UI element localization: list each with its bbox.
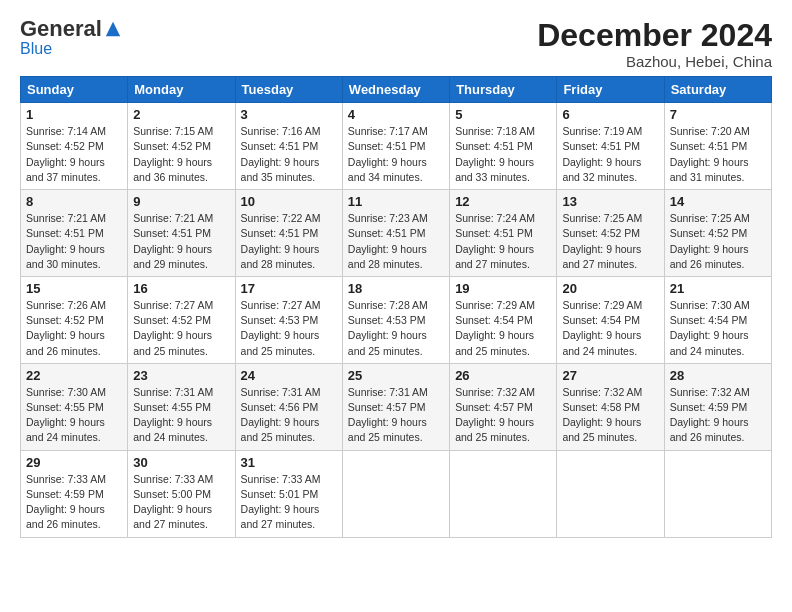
calendar-cell: 20 Sunrise: 7:29 AMSunset: 4:54 PMDaylig… (557, 276, 664, 363)
day-info: Sunrise: 7:32 AMSunset: 4:57 PMDaylight:… (455, 385, 551, 446)
logo-general: General (20, 18, 102, 40)
calendar-week-row: 29 Sunrise: 7:33 AMSunset: 4:59 PMDaylig… (21, 450, 772, 537)
day-number: 9 (133, 194, 229, 209)
day-info: Sunrise: 7:26 AMSunset: 4:52 PMDaylight:… (26, 298, 122, 359)
day-info: Sunrise: 7:25 AMSunset: 4:52 PMDaylight:… (562, 211, 658, 272)
day-number: 11 (348, 194, 444, 209)
day-info: Sunrise: 7:28 AMSunset: 4:53 PMDaylight:… (348, 298, 444, 359)
calendar-cell (450, 450, 557, 537)
day-number: 3 (241, 107, 337, 122)
day-info: Sunrise: 7:31 AMSunset: 4:57 PMDaylight:… (348, 385, 444, 446)
day-number: 17 (241, 281, 337, 296)
logo: General Blue (20, 18, 122, 58)
day-number: 25 (348, 368, 444, 383)
day-info: Sunrise: 7:33 AMSunset: 5:00 PMDaylight:… (133, 472, 229, 533)
day-number: 27 (562, 368, 658, 383)
day-info: Sunrise: 7:33 AMSunset: 5:01 PMDaylight:… (241, 472, 337, 533)
calendar-page: General Blue December 2024 Bazhou, Hebei… (0, 0, 792, 612)
day-info: Sunrise: 7:31 AMSunset: 4:55 PMDaylight:… (133, 385, 229, 446)
header: General Blue December 2024 Bazhou, Hebei… (20, 18, 772, 70)
day-number: 7 (670, 107, 766, 122)
day-number: 18 (348, 281, 444, 296)
weekday-header-saturday: Saturday (664, 77, 771, 103)
calendar-cell: 7 Sunrise: 7:20 AMSunset: 4:51 PMDayligh… (664, 103, 771, 190)
day-info: Sunrise: 7:27 AMSunset: 4:53 PMDaylight:… (241, 298, 337, 359)
logo-icon (104, 20, 122, 38)
calendar-cell: 13 Sunrise: 7:25 AMSunset: 4:52 PMDaylig… (557, 190, 664, 277)
calendar-cell: 8 Sunrise: 7:21 AMSunset: 4:51 PMDayligh… (21, 190, 128, 277)
calendar-cell: 19 Sunrise: 7:29 AMSunset: 4:54 PMDaylig… (450, 276, 557, 363)
day-info: Sunrise: 7:29 AMSunset: 4:54 PMDaylight:… (562, 298, 658, 359)
calendar-cell: 29 Sunrise: 7:33 AMSunset: 4:59 PMDaylig… (21, 450, 128, 537)
calendar-cell (557, 450, 664, 537)
day-number: 20 (562, 281, 658, 296)
location: Bazhou, Hebei, China (537, 53, 772, 70)
calendar-cell: 25 Sunrise: 7:31 AMSunset: 4:57 PMDaylig… (342, 363, 449, 450)
day-info: Sunrise: 7:29 AMSunset: 4:54 PMDaylight:… (455, 298, 551, 359)
day-number: 5 (455, 107, 551, 122)
day-info: Sunrise: 7:30 AMSunset: 4:55 PMDaylight:… (26, 385, 122, 446)
day-number: 23 (133, 368, 229, 383)
day-info: Sunrise: 7:21 AMSunset: 4:51 PMDaylight:… (133, 211, 229, 272)
day-number: 26 (455, 368, 551, 383)
day-info: Sunrise: 7:23 AMSunset: 4:51 PMDaylight:… (348, 211, 444, 272)
calendar-week-row: 15 Sunrise: 7:26 AMSunset: 4:52 PMDaylig… (21, 276, 772, 363)
weekday-header-thursday: Thursday (450, 77, 557, 103)
calendar-cell: 31 Sunrise: 7:33 AMSunset: 5:01 PMDaylig… (235, 450, 342, 537)
weekday-header-monday: Monday (128, 77, 235, 103)
weekday-header-wednesday: Wednesday (342, 77, 449, 103)
day-number: 8 (26, 194, 122, 209)
calendar-cell: 26 Sunrise: 7:32 AMSunset: 4:57 PMDaylig… (450, 363, 557, 450)
day-number: 31 (241, 455, 337, 470)
weekday-header-row: SundayMondayTuesdayWednesdayThursdayFrid… (21, 77, 772, 103)
day-info: Sunrise: 7:27 AMSunset: 4:52 PMDaylight:… (133, 298, 229, 359)
day-info: Sunrise: 7:24 AMSunset: 4:51 PMDaylight:… (455, 211, 551, 272)
weekday-header-friday: Friday (557, 77, 664, 103)
calendar-cell: 11 Sunrise: 7:23 AMSunset: 4:51 PMDaylig… (342, 190, 449, 277)
calendar-cell: 24 Sunrise: 7:31 AMSunset: 4:56 PMDaylig… (235, 363, 342, 450)
calendar-cell: 21 Sunrise: 7:30 AMSunset: 4:54 PMDaylig… (664, 276, 771, 363)
calendar-cell: 10 Sunrise: 7:22 AMSunset: 4:51 PMDaylig… (235, 190, 342, 277)
day-info: Sunrise: 7:32 AMSunset: 4:58 PMDaylight:… (562, 385, 658, 446)
svg-marker-0 (106, 22, 120, 36)
calendar-cell: 22 Sunrise: 7:30 AMSunset: 4:55 PMDaylig… (21, 363, 128, 450)
day-number: 30 (133, 455, 229, 470)
day-info: Sunrise: 7:18 AMSunset: 4:51 PMDaylight:… (455, 124, 551, 185)
calendar-cell: 6 Sunrise: 7:19 AMSunset: 4:51 PMDayligh… (557, 103, 664, 190)
title-block: December 2024 Bazhou, Hebei, China (537, 18, 772, 70)
day-number: 10 (241, 194, 337, 209)
calendar-cell: 15 Sunrise: 7:26 AMSunset: 4:52 PMDaylig… (21, 276, 128, 363)
calendar-cell: 23 Sunrise: 7:31 AMSunset: 4:55 PMDaylig… (128, 363, 235, 450)
day-info: Sunrise: 7:15 AMSunset: 4:52 PMDaylight:… (133, 124, 229, 185)
day-number: 14 (670, 194, 766, 209)
day-number: 4 (348, 107, 444, 122)
weekday-header-tuesday: Tuesday (235, 77, 342, 103)
calendar-cell (664, 450, 771, 537)
day-info: Sunrise: 7:30 AMSunset: 4:54 PMDaylight:… (670, 298, 766, 359)
calendar-cell: 9 Sunrise: 7:21 AMSunset: 4:51 PMDayligh… (128, 190, 235, 277)
calendar-cell: 2 Sunrise: 7:15 AMSunset: 4:52 PMDayligh… (128, 103, 235, 190)
calendar-week-row: 8 Sunrise: 7:21 AMSunset: 4:51 PMDayligh… (21, 190, 772, 277)
calendar-cell: 12 Sunrise: 7:24 AMSunset: 4:51 PMDaylig… (450, 190, 557, 277)
calendar-cell: 4 Sunrise: 7:17 AMSunset: 4:51 PMDayligh… (342, 103, 449, 190)
day-number: 13 (562, 194, 658, 209)
day-number: 12 (455, 194, 551, 209)
calendar-week-row: 22 Sunrise: 7:30 AMSunset: 4:55 PMDaylig… (21, 363, 772, 450)
day-info: Sunrise: 7:32 AMSunset: 4:59 PMDaylight:… (670, 385, 766, 446)
calendar-cell: 27 Sunrise: 7:32 AMSunset: 4:58 PMDaylig… (557, 363, 664, 450)
day-info: Sunrise: 7:16 AMSunset: 4:51 PMDaylight:… (241, 124, 337, 185)
logo-blue: Blue (20, 40, 52, 57)
day-info: Sunrise: 7:31 AMSunset: 4:56 PMDaylight:… (241, 385, 337, 446)
calendar-cell (342, 450, 449, 537)
day-info: Sunrise: 7:25 AMSunset: 4:52 PMDaylight:… (670, 211, 766, 272)
day-number: 24 (241, 368, 337, 383)
calendar-cell: 16 Sunrise: 7:27 AMSunset: 4:52 PMDaylig… (128, 276, 235, 363)
calendar-cell: 1 Sunrise: 7:14 AMSunset: 4:52 PMDayligh… (21, 103, 128, 190)
calendar-cell: 17 Sunrise: 7:27 AMSunset: 4:53 PMDaylig… (235, 276, 342, 363)
calendar-cell: 28 Sunrise: 7:32 AMSunset: 4:59 PMDaylig… (664, 363, 771, 450)
day-info: Sunrise: 7:14 AMSunset: 4:52 PMDaylight:… (26, 124, 122, 185)
calendar-cell: 18 Sunrise: 7:28 AMSunset: 4:53 PMDaylig… (342, 276, 449, 363)
day-number: 1 (26, 107, 122, 122)
day-number: 16 (133, 281, 229, 296)
calendar-week-row: 1 Sunrise: 7:14 AMSunset: 4:52 PMDayligh… (21, 103, 772, 190)
